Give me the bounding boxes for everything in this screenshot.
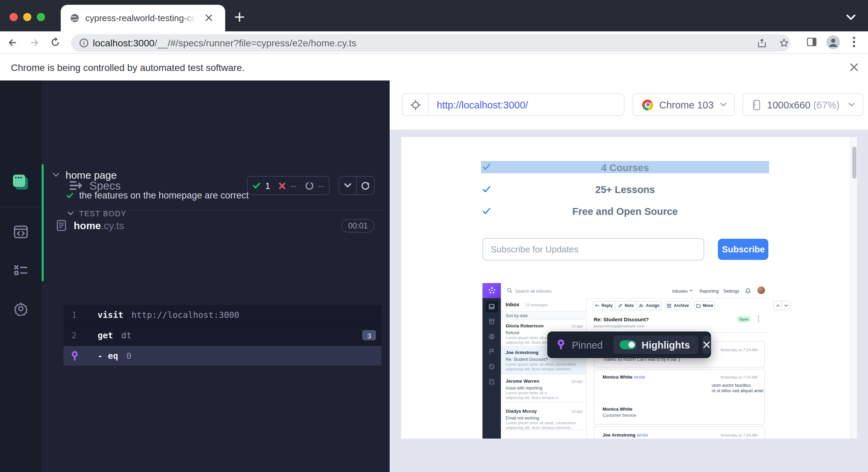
thread-email: joearmstrong@example.com (594, 324, 644, 328)
suite-row[interactable]: home page (53, 168, 117, 182)
tooltip-pin-icon (556, 339, 566, 351)
cypress-app: ⌘ cy Specs 1 -- -- (0, 80, 868, 472)
aut-panel: http://localhost:3000/ Chrome 103 1000x6… (390, 80, 868, 472)
aut-scrollbar-track[interactable] (850, 137, 857, 439)
section-label: TEST BODY (79, 209, 127, 218)
sort-row[interactable]: Sort by date (501, 311, 587, 320)
site-info-icon[interactable] (79, 38, 89, 48)
feature-item: 4 Courses (481, 162, 769, 173)
browser-selector[interactable]: Chrome 103 (633, 93, 735, 116)
sidebar-runs-icon[interactable] (14, 263, 28, 276)
address-bar[interactable]: localhost:3000/__/#/specs/runner?file=cy… (71, 34, 790, 52)
forward-button[interactable] (29, 37, 40, 48)
highlights-toggle[interactable] (620, 340, 636, 349)
aut-url-bar[interactable]: http://localhost:3000/ (402, 93, 624, 116)
side-panel-icon[interactable] (806, 36, 818, 48)
cypress-specs-logo-icon (12, 173, 30, 192)
url-path: /__/#/specs/runner?file=cypress/e2e/home… (155, 38, 357, 48)
rail-archive-icon[interactable] (489, 319, 495, 325)
test-body-section-row[interactable]: TEST BODY (68, 207, 127, 220)
aut-scrollbar-thumb[interactable] (852, 147, 856, 179)
item-subject: Email not working (506, 415, 539, 420)
move-button[interactable]: Move (694, 301, 715, 310)
inbox-nav-reporting[interactable]: Reporting (699, 288, 719, 293)
browser-tab[interactable]: cypress-realworld-testing-cou (61, 5, 225, 31)
command-number: 2 (63, 330, 91, 340)
minimize-window-button[interactable] (23, 13, 31, 21)
reporter-panel: Specs 1 -- -- (42, 80, 390, 472)
zoom-window-button[interactable] (37, 13, 45, 21)
item-preview: Lorem ipsum dolor sit amet, consectetur (506, 362, 576, 366)
note-button[interactable]: Note (616, 301, 637, 310)
reply-button[interactable]: Reply (592, 301, 616, 310)
signature-name: Monica White (603, 407, 633, 411)
item-time: 1d ago (571, 379, 583, 383)
browser-toolbar: localhost:3000/__/#/specs/runner?file=cy… (0, 31, 868, 54)
item-sender: Gloria Robertson (506, 323, 544, 328)
command-row-eq-pinned[interactable]: - eq 0 (63, 345, 381, 366)
reload-button[interactable] (50, 37, 61, 48)
inbox-reading-pane: Reply Note Assign Archive (587, 298, 769, 439)
next-message-button[interactable] (782, 301, 791, 310)
highlights-toggle-group[interactable]: Highlights (613, 336, 698, 354)
new-tab-button[interactable] (235, 12, 244, 22)
archive-button[interactable]: Archive (665, 301, 691, 310)
list-item[interactable]: Jerome Warren 1d ago Issue with reportin… (501, 374, 587, 402)
inbox-user-avatar[interactable] (757, 286, 765, 294)
thread-menu-kebab-icon[interactable] (757, 316, 760, 322)
inbox-nav-settings[interactable]: Settings (723, 288, 739, 293)
url-host: localhost:3000 (93, 38, 155, 48)
tooltip-close-button[interactable] (702, 336, 711, 354)
inbox-list-count: 12 messages (525, 303, 548, 307)
inbox-bell-icon[interactable] (745, 287, 751, 294)
item-preview: adipiscing elit. Nunc tempus e (506, 396, 558, 400)
back-button[interactable] (7, 37, 18, 48)
tab-close-icon[interactable] (205, 14, 213, 22)
status-badge: Open (736, 316, 751, 323)
rail-flag-icon[interactable] (489, 349, 495, 355)
share-icon[interactable] (757, 38, 767, 48)
profile-avatar[interactable] (826, 35, 841, 50)
automation-banner: Chrome is being controlled by automated … (0, 54, 868, 81)
list-item[interactable]: Gladys Mccoy 1d ago Email not working Lo… (501, 402, 587, 430)
command-row-visit[interactable]: 1 visit http://localhost:3000 (63, 305, 381, 325)
inbox-search-placeholder[interactable]: Search all inboxes (515, 288, 551, 293)
rail-contacts-icon[interactable] (489, 334, 495, 340)
command-name: - eq (98, 351, 118, 361)
inbox-nav-inboxes[interactable]: Inboxes (672, 288, 693, 293)
prev-message-button[interactable] (773, 301, 782, 310)
rail-blocked-icon[interactable] (489, 364, 495, 370)
command-arg: 0 (126, 351, 131, 361)
item-subject: Re: Student Discount? (506, 356, 548, 361)
bookmark-star-icon[interactable] (779, 38, 790, 48)
tab-favicon-globe-icon (70, 14, 79, 23)
banner-close-icon[interactable] (850, 63, 858, 72)
rail-compose-icon[interactable] (489, 379, 495, 385)
assign-button[interactable]: Assign (637, 301, 662, 310)
sidebar-settings-gear-icon[interactable] (14, 301, 28, 316)
item-subject: Refund (506, 330, 519, 335)
inbox-search-icon[interactable] (507, 288, 512, 293)
command-name: visit (98, 310, 123, 320)
pinned-tooltip: Pinned Highlights (547, 331, 711, 358)
message-body-fragment: ulum auctor faucibus (712, 383, 751, 387)
tab-search-chevron-icon[interactable] (846, 14, 856, 20)
command-row-get[interactable]: 2 get dt 3 (63, 325, 381, 345)
rail-inbox-icon[interactable] (489, 304, 495, 310)
tab-title-fade (182, 8, 201, 29)
browser-menu-kebab-icon[interactable] (852, 36, 856, 48)
aut-page: 4 Courses 25+ Lessons Free and Open Sour… (401, 137, 850, 439)
message-nav-group (773, 301, 791, 310)
inbox-logo-icon (482, 283, 501, 298)
test-block: home page the features on the homepage a… (42, 164, 392, 281)
inbox-side-rail (482, 298, 501, 439)
test-row[interactable]: the features on the homepage are correct (66, 188, 249, 202)
viewport-selector[interactable]: 1000x660 (67%) (742, 93, 863, 116)
subscribe-button[interactable]: Subscribe (718, 239, 768, 260)
subscribe-email-input[interactable] (482, 238, 704, 261)
close-window-button[interactable] (10, 13, 18, 21)
message-header: Joe Armstrong wrote (603, 432, 648, 437)
sidebar-specs-icon[interactable] (14, 225, 28, 239)
selector-playground-crosshair-icon[interactable] (403, 94, 429, 115)
message-card: Monica White wrote Yesterday at 7:24 AM … (594, 369, 765, 425)
